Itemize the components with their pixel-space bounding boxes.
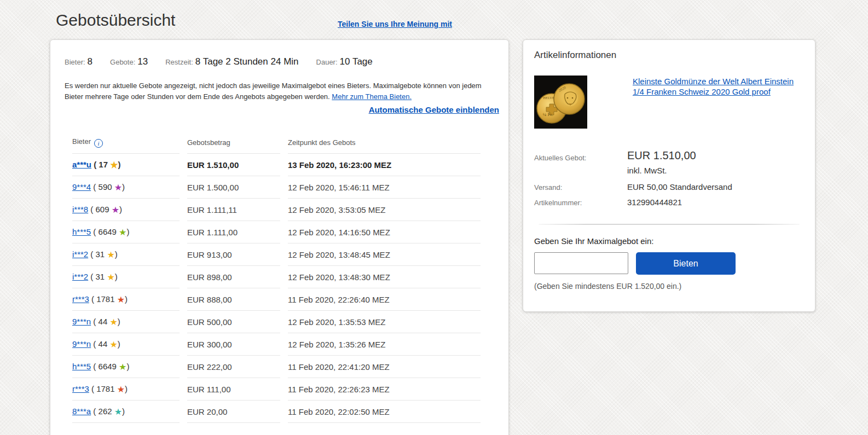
bid-amount: EUR 222,00 [187, 356, 280, 378]
bid-amount: EUR 913,00 [187, 243, 280, 266]
bidder-link[interactable]: 9***n [72, 317, 91, 326]
bid-amount: EUR 898,00 [187, 266, 280, 288]
table-row: r***3 ( 1781 ★)EUR 888,0011 Feb 2020, 22… [72, 288, 481, 311]
bid-time: 12 Feb 2020, 1:35:53 MEZ [288, 311, 481, 333]
max-bid-label: Geben Sie Ihr Maximalgebot ein: [534, 236, 653, 246]
bid-time: 12 Feb 2020, 15:46:11 MEZ [288, 176, 481, 199]
feedback-score: ( 262 ★) [91, 407, 125, 416]
current-bid-value: EUR 1.510,00 [627, 149, 696, 162]
bidder-cell: 9***n ( 44 ★) [72, 333, 180, 356]
feedback-star-icon: ★ [109, 317, 117, 327]
item-info-heading: Artikelinformationen [534, 50, 616, 61]
table-row: 9***n ( 44 ★)EUR 500,0012 Feb 2020, 1:35… [72, 311, 481, 333]
column-header-time: Zeitpunkt des Gebots [288, 134, 481, 154]
bidder-link[interactable]: i***2 [72, 272, 88, 281]
bid-time: 11 Feb 2020, 22:26:40 MEZ [288, 288, 481, 311]
feedback-opinion-link[interactable]: Teilen Sie uns Ihre Meinung mit [338, 20, 452, 28]
bid-amount: EUR 1.111,00 [187, 221, 280, 243]
bid-amount: EUR 1.500,00 [187, 176, 280, 199]
bid-time: 11 Feb 2020, 22:41:20 MEZ [288, 356, 481, 378]
item-photo[interactable]: HELVETIA ¼ Fr. 2020 [534, 76, 587, 129]
feedback-star-icon: ★ [112, 205, 119, 214]
feedback-score: ( 590 ★) [91, 182, 125, 192]
page-title: Gebotsübersicht [56, 11, 175, 30]
feedback-star-icon: ★ [119, 228, 126, 237]
table-row: h***5 ( 6649 ★)EUR 1.111,0012 Feb 2020, … [72, 221, 481, 243]
table-row: 9***n ( 44 ★)EUR 300,0012 Feb 2020, 1:35… [72, 333, 481, 356]
current-bid-label: Aktuelles Gebot: [534, 154, 586, 162]
stat-bidders: Bieter:8 [65, 56, 92, 67]
bidder-link[interactable]: 9***4 [72, 182, 91, 192]
feedback-star-icon: ★ [114, 407, 122, 416]
bid-amount: EUR 20,00 [187, 401, 280, 423]
bidder-link[interactable]: 9***n [72, 339, 91, 349]
bidder-link[interactable]: h***5 [72, 362, 91, 371]
shipping-value: EUR 50,00 Standardversand [627, 182, 732, 192]
bid-history-card: Bieter:8 Gebote:13 Restzeit:8 Tage 2 Stu… [50, 39, 509, 435]
bidder-cell: r***3 ( 1781 ★) [72, 378, 180, 401]
bids-table-body: a***u ( 17 ★)EUR 1.510,0013 Feb 2020, 16… [72, 154, 481, 423]
bid-time: 12 Feb 2020, 13:48:30 MEZ [288, 266, 481, 288]
feedback-score: ( 44 ★) [91, 339, 120, 349]
show-automatic-bids-link[interactable]: Automatische Gebote einblenden [369, 105, 499, 114]
bid-amount: EUR 500,00 [187, 311, 280, 333]
shipping-label: Versand: [534, 183, 562, 192]
bid-button[interactable]: Bieten [636, 252, 736, 275]
item-number-label: Artikelnummer: [534, 199, 582, 207]
bid-amount: EUR 300,00 [187, 333, 280, 356]
feedback-star-icon: ★ [117, 385, 125, 394]
bids-explanation-text: Es werden nur aktuelle Gebote angezeigt,… [65, 80, 499, 102]
bidder-cell: r***3 ( 1781 ★) [72, 288, 180, 311]
stat-time-left: Restzeit:8 Tage 2 Stunden 24 Min [165, 56, 298, 67]
bid-time: 12 Feb 2020, 1:35:26 MEZ [288, 333, 481, 356]
bid-time: 12 Feb 2020, 3:53:05 MEZ [288, 199, 481, 221]
stat-duration: Dauer:10 Tage [316, 56, 373, 67]
bid-amount: EUR 888,00 [187, 288, 280, 311]
feedback-score: ( 31 ★) [88, 272, 118, 281]
item-title-link[interactable]: Kleinste Goldmünze der Welt Albert Einst… [633, 76, 802, 97]
panel-divider [539, 224, 800, 225]
max-bid-input[interactable] [534, 252, 628, 274]
bidder-cell: h***5 ( 6649 ★) [72, 221, 180, 243]
bidder-cell: i***2 ( 31 ★) [72, 266, 180, 288]
bidder-cell: 8***a ( 262 ★) [72, 401, 180, 423]
feedback-star-icon: ★ [117, 295, 125, 304]
bidder-link[interactable]: r***3 [72, 294, 89, 304]
auction-stats: Bieter:8 Gebote:13 Restzeit:8 Tage 2 Stu… [65, 56, 495, 67]
more-about-bidding-link[interactable]: Mehr zum Thema Bieten. [332, 92, 412, 101]
bidder-cell: 9***n ( 44 ★) [72, 311, 180, 333]
bid-time: 12 Feb 2020, 14:16:50 MEZ [288, 221, 481, 243]
feedback-score: ( 6649 ★) [91, 227, 129, 236]
bidder-link[interactable]: a***u [72, 160, 91, 169]
bidder-link[interactable]: i***8 [72, 205, 88, 214]
bid-amount: EUR 1.510,00 [187, 154, 280, 176]
feedback-star-icon: ★ [114, 183, 122, 192]
feedback-score: ( 17 ★) [91, 160, 121, 169]
column-header-bidder: Bieteri [72, 134, 180, 154]
vat-note: inkl. MwSt. [627, 166, 667, 175]
feedback-score: ( 609 ★) [88, 205, 122, 214]
bidder-cell: h***5 ( 6649 ★) [72, 356, 180, 378]
bid-time: 13 Feb 2020, 16:23:00 MEZ [288, 154, 481, 176]
bidder-link[interactable]: r***3 [72, 384, 89, 393]
bidder-link[interactable]: i***2 [72, 250, 88, 259]
bidder-cell: i***8 ( 609 ★) [72, 199, 180, 221]
bid-amount: EUR 1.111,11 [187, 199, 280, 221]
feedback-score: ( 6649 ★) [91, 362, 129, 371]
item-number-value: 312990444821 [627, 198, 682, 207]
item-info-card: Artikelinformationen HELVETIA ¼ Fr. 2020… [523, 39, 815, 312]
table-row: 9***4 ( 590 ★)EUR 1.500,0012 Feb 2020, 1… [72, 176, 481, 199]
bidder-info-icon[interactable]: i [94, 139, 103, 148]
bid-time: 12 Feb 2020, 13:48:45 MEZ [288, 243, 481, 266]
feedback-star-icon: ★ [107, 250, 114, 259]
column-header-amount: Gebotsbetrag [187, 134, 280, 154]
feedback-star-icon: ★ [109, 340, 117, 349]
feedback-score: ( 1781 ★) [89, 384, 128, 393]
bidder-link[interactable]: h***5 [72, 227, 91, 236]
feedback-score: ( 1781 ★) [89, 294, 128, 304]
bid-time: 11 Feb 2020, 22:26:23 MEZ [288, 378, 481, 401]
feedback-score: ( 31 ★) [88, 250, 118, 259]
table-row: h***5 ( 6649 ★)EUR 222,0011 Feb 2020, 22… [72, 356, 481, 378]
bidder-link[interactable]: 8***a [72, 407, 91, 416]
feedback-star-icon: ★ [119, 362, 126, 372]
